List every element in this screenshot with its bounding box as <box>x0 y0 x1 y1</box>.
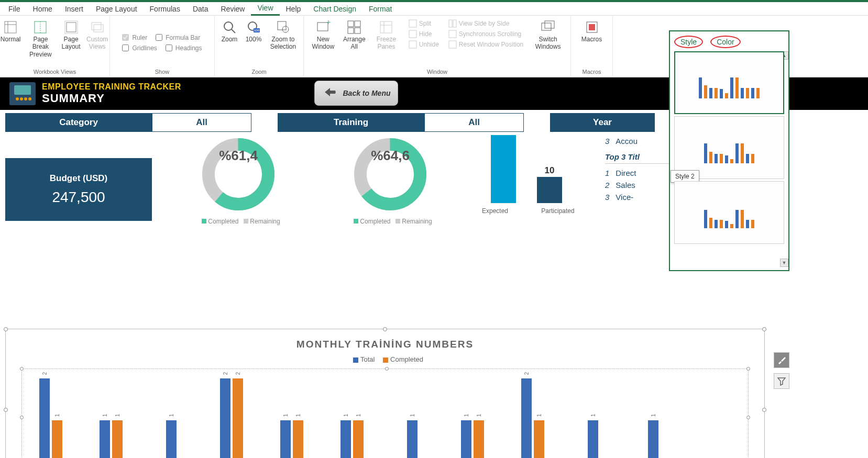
chk-formula-bar[interactable]: Formula Bar <box>151 33 204 42</box>
month-group: 11 <box>268 420 315 458</box>
btn-zoom[interactable]: Zoom <box>218 18 241 45</box>
svg-text:+: + <box>326 20 331 26</box>
month-group: 22 <box>208 378 255 458</box>
svg-rect-19 <box>355 21 360 27</box>
btn-custom-views: Custom Views <box>84 18 111 53</box>
dashboard-title: EMPLOYEE TRAINING TRACKER <box>42 82 181 92</box>
back-to-menu-button[interactable]: Back to Menu <box>314 81 398 106</box>
tab-insert[interactable]: Insert <box>59 3 90 15</box>
chart-style-pane: Style Color ▲ Style 2 ▼ <box>669 30 789 271</box>
tab-formulas[interactable]: Formulas <box>144 3 186 15</box>
btn-zoom-100[interactable]: 100100% <box>242 18 265 45</box>
tab-view[interactable]: View <box>251 2 279 16</box>
btn-normal-view[interactable]: Normal <box>0 18 22 45</box>
menu-bar: File Home Insert Page Layout Formulas Da… <box>0 2 868 16</box>
participation-chart: 10 ExpectedParticipated <box>456 135 597 224</box>
btn-page-layout-view[interactable]: Page Layout <box>59 18 83 53</box>
btn-zoom-selection[interactable]: Zoom to Selection <box>266 18 300 53</box>
month-group: 21 <box>509 378 556 458</box>
svg-point-40 <box>24 97 27 100</box>
filter-training-value[interactable]: All <box>424 113 524 132</box>
svg-point-41 <box>28 97 31 100</box>
chk-gridlines[interactable]: Gridlines <box>118 43 161 53</box>
chart-filter-button[interactable] <box>774 373 789 389</box>
svg-rect-27 <box>409 41 416 48</box>
plot-area[interactable]: 211112211111112111 <box>21 368 749 458</box>
style-tab[interactable]: Style <box>674 36 703 48</box>
btn-switch-windows[interactable]: Switch Windows <box>529 18 567 53</box>
budget-card: Budget (USD) 247,500 <box>5 158 152 221</box>
svg-rect-0 <box>5 21 16 33</box>
svg-point-15 <box>282 26 289 32</box>
month-group: 21 <box>27 378 74 458</box>
btn-side-by-side: View Side by Side <box>446 19 525 28</box>
svg-rect-31 <box>449 41 456 48</box>
bar-expected <box>491 135 516 203</box>
btn-arrange-all[interactable]: Arrange All <box>340 18 369 53</box>
group-label: Window <box>307 68 567 76</box>
chart-title[interactable]: MONTHLY TRAİNİNG NUMBERS <box>6 339 764 350</box>
bar-participated: 10 <box>537 177 562 203</box>
chart-legend[interactable]: Total Completed <box>6 355 764 363</box>
month-group: 1 <box>630 420 677 458</box>
svg-rect-32 <box>542 23 551 30</box>
svg-rect-29 <box>453 20 456 27</box>
chk-headings[interactable]: Headings <box>161 43 206 53</box>
donut1-legend: CompletedRemaining <box>168 218 309 225</box>
svg-rect-21 <box>355 28 360 33</box>
monthly-chart-selected[interactable]: MONTHLY TRAİNİNG NUMBERS Total Completed… <box>5 329 765 458</box>
filter-year-label: Year <box>550 113 655 132</box>
svg-rect-3 <box>35 21 46 33</box>
svg-rect-33 <box>545 21 554 28</box>
svg-rect-30 <box>449 30 456 38</box>
tab-review[interactable]: Review <box>215 3 251 15</box>
filter-category-value[interactable]: All <box>152 113 251 132</box>
tab-format[interactable]: Format <box>362 3 398 15</box>
svg-rect-6 <box>65 21 78 33</box>
dashboard-subtitle: SUMMARY <box>42 92 181 105</box>
month-group: 11 <box>449 420 496 458</box>
budget-value: 247,500 <box>52 189 105 206</box>
btn-reset-position: Reset Window Position <box>446 40 525 49</box>
chart-styles-button[interactable] <box>774 352 789 368</box>
filter-category-label: Category <box>5 113 152 132</box>
svg-text:100: 100 <box>254 29 260 32</box>
tab-page-layout[interactable]: Page Layout <box>90 3 144 15</box>
style-option-3[interactable] <box>674 181 784 244</box>
btn-page-break-preview[interactable]: Page Break Preview <box>23 18 58 60</box>
svg-rect-14 <box>278 21 286 30</box>
month-group: 1 <box>569 420 617 458</box>
group-label: Zoom <box>218 68 300 76</box>
btn-hide: Hide <box>406 29 441 39</box>
chk-ruler[interactable]: Ruler <box>118 33 151 42</box>
svg-rect-7 <box>92 23 101 30</box>
group-label: Workbook Views <box>3 68 106 76</box>
tab-file[interactable]: File <box>2 3 27 15</box>
btn-new-window[interactable]: +New Window <box>307 18 339 53</box>
donut-chart-2: %64,6 CompletedRemaining <box>320 135 461 225</box>
donut2-percent: %64,6 <box>320 148 461 164</box>
svg-rect-18 <box>348 21 354 27</box>
month-group: 11 <box>87 420 135 458</box>
tab-data[interactable]: Data <box>186 3 215 15</box>
donut-chart-1: %61,4 CompletedRemaining <box>168 135 309 225</box>
color-tab[interactable]: Color <box>710 36 740 48</box>
scroll-down[interactable]: ▼ <box>780 259 788 267</box>
paintbrush-icon <box>777 355 786 365</box>
style-option-2[interactable]: Style 2 <box>674 116 784 179</box>
group-label: Show <box>113 68 211 76</box>
style-option-1[interactable] <box>674 51 784 114</box>
tab-home[interactable]: Home <box>27 3 59 15</box>
svg-rect-36 <box>14 85 31 95</box>
back-arrow-icon <box>322 86 338 100</box>
tab-help[interactable]: Help <box>280 3 307 15</box>
month-group: 1 <box>389 420 436 458</box>
tab-chart-design[interactable]: Chart Design <box>307 3 362 15</box>
funnel-icon <box>777 376 786 386</box>
svg-point-38 <box>16 97 19 100</box>
group-label: Macros <box>574 68 609 76</box>
svg-rect-20 <box>348 28 354 33</box>
btn-macros[interactable]: Macros <box>578 18 605 45</box>
budget-label: Budget (USD) <box>50 173 107 184</box>
svg-rect-35 <box>589 24 595 30</box>
